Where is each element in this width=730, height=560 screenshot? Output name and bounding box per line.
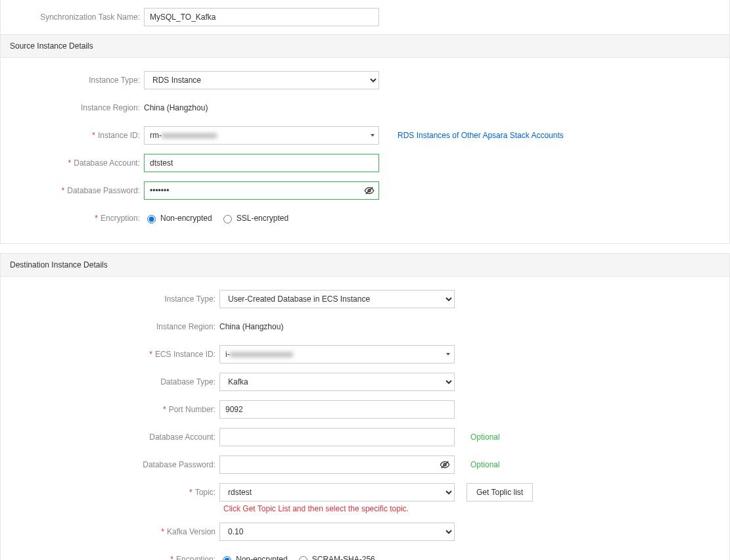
task-name-row: Synchronization Task Name: <box>0 0 730 34</box>
src-db-password-input[interactable] <box>144 181 379 200</box>
dst-kafka-version-select[interactable]: 0.10 <box>219 523 455 541</box>
dst-region-label: Instance Region: <box>1 322 219 331</box>
dst-topic-select[interactable]: rdstest <box>219 483 455 502</box>
src-encryption-label: *Encryption: <box>1 214 144 223</box>
dst-encryption-non[interactable]: Non-encrypted <box>219 554 288 560</box>
dst-db-type-select[interactable]: Kafka <box>219 373 455 391</box>
dst-db-account-label: Database Account: <box>1 432 219 442</box>
dst-region-value: China (Hangzhou) <box>219 322 283 331</box>
eye-icon[interactable] <box>439 459 451 471</box>
dest-header: Destination Instance Details <box>1 253 729 277</box>
src-encryption-ssl[interactable]: SSL-encrypted <box>220 213 288 223</box>
dst-password-optional: Optional <box>470 460 500 469</box>
src-instance-type-select[interactable]: RDS Instance <box>144 71 379 89</box>
src-instance-type-label: Instance Type: <box>1 76 144 85</box>
src-db-account-label: *Database Account: <box>1 158 144 168</box>
chevron-down-icon <box>446 353 450 356</box>
dst-topic-hint: Click Get Topic List and then select the… <box>223 504 459 513</box>
src-instance-id-combo[interactable]: rm-xxxxxxxxxxxxxx <box>144 126 379 145</box>
dst-topic-label: *Topic: <box>1 488 219 497</box>
task-name-input[interactable] <box>144 8 379 26</box>
task-name-label: Synchronization Task Name: <box>1 12 144 22</box>
dst-ecs-id-label: *ECS Instance ID: <box>1 350 219 359</box>
dst-instance-type-select[interactable]: User-Created Database in ECS Instance <box>219 290 455 308</box>
dst-db-account-input[interactable] <box>219 428 455 446</box>
source-section: Source Instance Details Instance Type: R… <box>0 34 730 244</box>
src-region-label: Instance Region: <box>1 103 144 112</box>
src-db-account-input[interactable] <box>144 154 379 172</box>
src-region-value: China (Hangzhou) <box>144 103 208 112</box>
dst-db-type-label: Database Type: <box>1 377 219 386</box>
src-db-password-label: *Database Password: <box>1 186 144 195</box>
dst-port-label: *Port Number: <box>1 405 219 414</box>
src-encryption-non[interactable]: Non-encrypted <box>144 213 212 223</box>
eye-icon[interactable] <box>363 185 375 197</box>
dst-db-password-label: Database Password: <box>1 460 219 469</box>
dst-account-optional: Optional <box>470 432 500 442</box>
get-topic-list-button[interactable]: Get Toplic list <box>467 483 533 502</box>
dst-ecs-id-combo[interactable]: i-xxxxxxxxxxxxxxxx <box>219 345 455 363</box>
src-instance-id-label: *Instance ID: <box>1 131 144 140</box>
dst-db-password-input[interactable] <box>219 455 455 474</box>
dst-instance-type-label: Instance Type: <box>1 294 219 304</box>
dest-section: Destination Instance Details Instance Ty… <box>0 253 730 560</box>
dst-encryption-scram[interactable]: SCRAM-SHA-256 <box>296 554 375 560</box>
dst-port-input[interactable] <box>219 400 455 419</box>
source-header: Source Instance Details <box>1 34 729 58</box>
dst-kafka-version-label: *Kafka Version <box>1 527 219 536</box>
rds-other-accounts-link[interactable]: RDS Instances of Other Apsara Stack Acco… <box>398 131 564 140</box>
dst-encryption-label: *Encryption: <box>1 555 219 560</box>
chevron-down-icon <box>371 134 375 137</box>
